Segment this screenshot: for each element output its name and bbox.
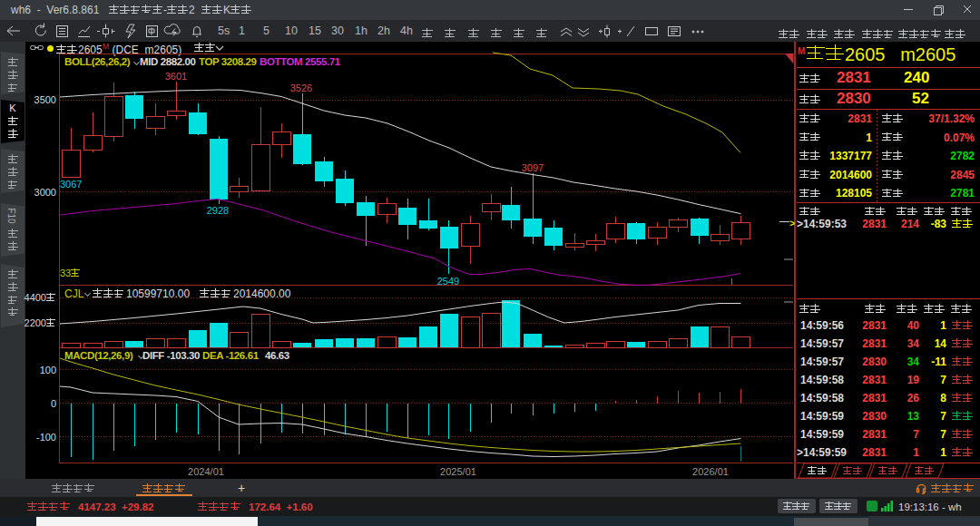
svg-text:2026/01: 2026/01 <box>692 466 729 477</box>
svg-text:2025/01: 2025/01 <box>440 466 476 477</box>
svg-text:0: 0 <box>51 398 56 409</box>
svg-text:2928: 2928 <box>207 205 229 216</box>
svg-text:>: > <box>789 219 795 229</box>
svg-text:3526: 3526 <box>290 83 312 93</box>
svg-text:3500: 3500 <box>34 94 56 105</box>
svg-text:100: 100 <box>40 365 56 375</box>
svg-text:3601: 3601 <box>165 71 187 82</box>
svg-text:3067: 3067 <box>60 179 82 190</box>
svg-text:3097: 3097 <box>522 162 544 173</box>
svg-text:2024/01: 2024/01 <box>188 466 224 477</box>
svg-text:-100: -100 <box>36 432 56 443</box>
svg-text:2549: 2549 <box>437 276 459 287</box>
svg-text:3000: 3000 <box>34 187 56 198</box>
